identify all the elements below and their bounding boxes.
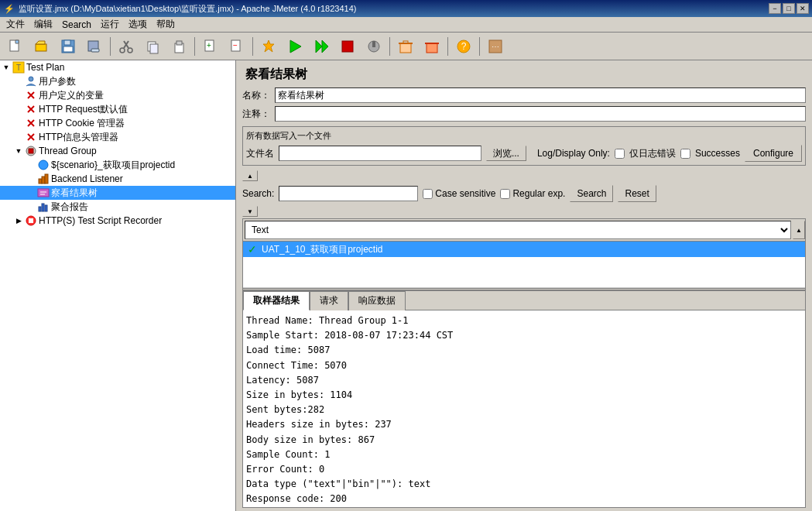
toolbar-new[interactable] [3, 35, 28, 58]
toggle-scenario [26, 160, 36, 170]
svg-text:+: + [207, 41, 211, 50]
text-dropdown[interactable]: Text [245, 221, 791, 239]
name-input[interactable] [275, 87, 806, 103]
svg-text:−: − [233, 41, 238, 50]
errors-only-label[interactable]: 仅日志错误 [629, 147, 676, 160]
sample-item-0[interactable]: ✓ UAT_1_10_获取项目projectid [243, 242, 805, 257]
tabs-row: 取样器结果 请求 响应数据 [243, 291, 805, 310]
regular-exp-label[interactable]: Regular exp. [500, 188, 565, 199]
toolbar: + − ? ⋯ [0, 33, 812, 60]
script-recorder-icon [25, 214, 37, 227]
tree-label-scenario: ${scenario}_获取项目projectid [51, 159, 175, 172]
toolbar-separator-1 [110, 37, 111, 56]
svg-text:T: T [16, 63, 21, 72]
tree-item-script-recorder[interactable]: ▶ HTTP(S) Test Script Recorder [0, 214, 235, 228]
menu-edit[interactable]: 编辑 [29, 16, 57, 33]
tree-item-thread-group[interactable]: ▼ Thread Group [0, 144, 235, 158]
toolbar-saveas[interactable] [82, 35, 107, 58]
reset-button[interactable]: Reset [618, 185, 656, 202]
toolbar-more[interactable]: ⋯ [483, 35, 508, 58]
tab-sampler-result[interactable]: 取样器结果 [243, 291, 310, 310]
svg-point-49 [39, 160, 48, 170]
scroll-down-button[interactable]: ▼ [242, 206, 258, 217]
successes-label[interactable]: Successes [695, 148, 740, 159]
search-input[interactable] [279, 186, 418, 201]
close-button[interactable]: ✕ [797, 3, 809, 14]
case-sensitive-checkbox[interactable] [423, 189, 433, 199]
thread-group-icon [25, 145, 37, 157]
toolbar-remove[interactable]: − [224, 35, 249, 58]
sample-list: ✓ UAT_1_10_获取项目projectid [243, 242, 805, 288]
search-row: Search: Case sensitive Regular exp. Sear… [236, 183, 812, 204]
toolbar-help[interactable]: ? [451, 35, 476, 58]
tree-item-backend-listener[interactable]: Backend Listener [0, 172, 235, 186]
results-split: ✓ UAT_1_10_获取项目projectid 取样器结果 请求 响应数据 [243, 242, 805, 507]
toggle-test-plan[interactable]: ▼ [2, 63, 11, 72]
toggle-http-header [14, 132, 23, 142]
successes-checkbox[interactable] [680, 149, 690, 159]
comment-row: 注释： [236, 105, 812, 123]
tree-item-view-results[interactable]: 察看结果树 [0, 186, 235, 200]
errors-only-checkbox[interactable] [615, 149, 625, 159]
svg-rect-29 [403, 41, 408, 43]
toolbar-copy[interactable] [140, 35, 165, 58]
tree-label-http-header: HTTP信息头管理器 [39, 131, 118, 144]
tab-request[interactable]: 请求 [310, 291, 348, 310]
toolbar-stop[interactable] [335, 35, 360, 58]
http-header-icon [25, 131, 37, 143]
toolbar-cut[interactable] [114, 35, 139, 58]
tree-label-backend: Backend Listener [51, 173, 123, 184]
toolbar-open[interactable] [29, 35, 54, 58]
scroll-up-button[interactable]: ▲ [242, 170, 258, 181]
configure-button[interactable]: Configure [745, 145, 802, 162]
results-area: Text ▲ ✓ UAT_1_10_获取项目projectid [242, 218, 806, 508]
tree-item-http-defaults[interactable]: HTTP Request默认值 [0, 102, 235, 116]
toggle-thread-group[interactable]: ▼ [14, 146, 23, 156]
toolbar-start-no-pause[interactable] [309, 35, 334, 58]
svg-rect-15 [176, 41, 182, 45]
toggle-script-recorder[interactable]: ▶ [14, 216, 23, 225]
maximize-button[interactable]: □ [783, 3, 795, 14]
toolbar-config[interactable] [256, 35, 281, 58]
toolbar-paste[interactable] [166, 35, 191, 58]
menu-run[interactable]: 运行 [96, 16, 124, 33]
minimize-button[interactable]: − [769, 3, 781, 14]
case-sensitive-label[interactable]: Case sensitive [423, 188, 495, 199]
detail-line-3: Connect Time: 5070 [246, 358, 802, 373]
name-label: 名称： [242, 89, 270, 102]
log-display-label: Log/Display Only: [537, 148, 610, 159]
menu-file[interactable]: 文件 [2, 16, 29, 33]
tree-item-scenario-get[interactable]: ${scenario}_获取项目projectid [0, 158, 235, 172]
file-section-title: 所有数据写入一个文件 [246, 130, 802, 142]
search-button[interactable]: Search [570, 185, 613, 202]
tree-item-user-params[interactable]: 用户参数 [0, 74, 235, 88]
result-scroll-up[interactable]: ▲ [793, 221, 805, 239]
comment-input[interactable] [275, 106, 806, 122]
tree-label-view-results: 察看结果树 [51, 187, 98, 200]
tab-response-data[interactable]: 响应数据 [348, 291, 406, 310]
svg-rect-4 [64, 40, 70, 45]
toolbar-clear-all[interactable] [420, 35, 444, 58]
tree-item-test-plan[interactable]: ▼ T Test Plan [0, 60, 235, 74]
toolbar-shutdown[interactable] [361, 35, 386, 58]
tree-item-aggregate[interactable]: 聚合报告 [0, 200, 235, 214]
toolbar-start[interactable] [283, 35, 307, 58]
tree-item-http-header[interactable]: HTTP信息头管理器 [0, 130, 235, 144]
scenario-icon [37, 159, 50, 171]
menu-help[interactable]: 帮助 [152, 16, 180, 33]
browse-button[interactable]: 浏览... [486, 146, 526, 161]
regular-exp-checkbox[interactable] [500, 189, 510, 199]
filename-label: 文件名 [246, 147, 274, 160]
comment-label: 注释： [242, 108, 270, 121]
svg-marker-21 [290, 40, 301, 53]
toolbar-save[interactable] [56, 35, 81, 58]
toolbar-add[interactable]: + [198, 35, 223, 58]
tree-label-user-params: 用户参数 [39, 75, 76, 88]
menu-search[interactable]: Search [57, 18, 96, 32]
toolbar-clear[interactable] [393, 35, 418, 58]
filename-input[interactable] [279, 146, 481, 161]
tree-item-user-vars[interactable]: 用户定义的变量 [0, 88, 235, 102]
menu-options[interactable]: 选项 [124, 16, 152, 33]
tree-item-http-cookie[interactable]: HTTP Cookie 管理器 [0, 116, 235, 130]
file-row: 文件名 浏览... Log/Display Only: 仅日志错误 Succes… [246, 145, 802, 162]
